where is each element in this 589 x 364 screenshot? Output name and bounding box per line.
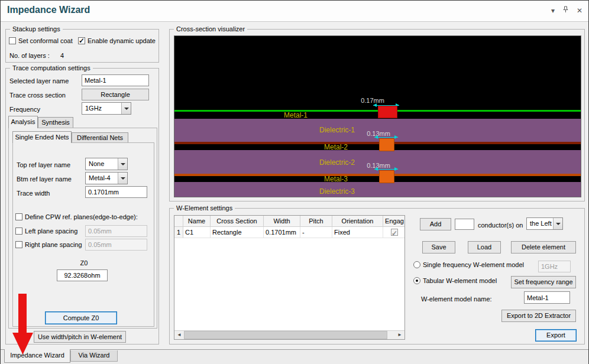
dielectric-2-label: Dielectric-2 [319,158,355,167]
layer-dielectric-3 [174,182,581,197]
add-button[interactable]: Add [420,218,451,230]
frequency-combo-value: 1GHz [85,105,102,112]
layer-metal-3-line [174,174,581,176]
scrollbar-track[interactable] [387,331,395,339]
checkbox-unchecked-icon[interactable] [15,213,22,220]
model-name-label: W-element model name: [421,295,492,303]
selected-layer-label: Selected layer name [9,77,69,85]
dielectric-3-label: Dielectric-3 [319,187,355,196]
chevron-down-icon[interactable] [118,173,127,184]
impedance-wizard-window: Impedance Wizard ▾ ✕ Stackup settings Se… [0,0,589,364]
table-header-cross-section[interactable]: Cross Section [211,216,264,227]
left-plane-spacing-checkbox[interactable]: Left plane spacing [15,228,77,235]
table-corner-cell [174,216,183,227]
side-combo-value: the Left [530,220,552,227]
frequency-label: Frequency [9,105,40,113]
compute-z0-button[interactable]: Compute Z0 [45,311,117,324]
chevron-down-icon[interactable] [118,158,127,170]
tab-via-wizard[interactable]: Via Wizard [70,350,118,362]
stackup-settings-title: Stackup settings [10,25,63,32]
enable-dynamic-update-checkbox[interactable]: Enable dynamic update [78,37,156,44]
tab-differential-nets[interactable]: Differential Nets [72,132,128,143]
use-width-pitch-button[interactable]: Use width/pitch in W-element [34,331,126,343]
single-frequency-field[interactable] [538,261,571,272]
table-header-width[interactable]: Width [264,216,300,227]
checkbox-unchecked-icon[interactable] [15,241,22,248]
right-plane-spacing-checkbox[interactable]: Right plane spacing [15,241,82,248]
btm-ref-label: Btm ref layer name [17,175,72,183]
close-icon[interactable]: ✕ [577,6,582,15]
radio-unselected-icon[interactable] [413,261,420,268]
chevron-down-icon[interactable] [121,103,131,114]
table-row[interactable]: 1 C1 Rectangle 0.1701mm - Fixed [174,227,404,238]
delete-element-button[interactable]: Delete element [511,241,576,254]
trace-width-field[interactable] [85,186,147,198]
checkbox-unchecked-icon[interactable] [15,228,22,235]
cell-orientation[interactable]: Fixed [332,227,383,238]
trace-conductor-metal-1 [378,106,397,118]
tabular-model-radio[interactable]: Tabular W-element model [413,277,497,284]
tabular-model-label: Tabular W-element model [423,277,497,284]
cpw-ref-planes-checkbox[interactable]: Define CPW ref. planes(edge-to-edge): [15,213,138,220]
layer-metal-2-line [174,142,581,144]
cell-pitch[interactable]: - [300,227,332,238]
model-name-field[interactable] [524,291,570,304]
metal-1-label: Metal-1 [284,111,308,119]
right-plane-spacing-label: Right plane spacing [25,241,82,248]
window-menu-icon[interactable]: ▾ [551,6,555,15]
scrollbar-thumb[interactable] [184,331,387,339]
single-frequency-radio[interactable]: Single frequency W-element model [413,261,524,268]
btm-ref-combo[interactable]: Metal-4 [85,172,128,184]
scroll-left-icon[interactable]: ◄ [174,331,184,339]
table-header-name[interactable]: Name [183,216,211,227]
pin-icon[interactable] [562,6,569,15]
top-ref-combo[interactable]: None [85,158,128,170]
cell-engage[interactable] [383,227,405,238]
trace-computation-title: Trace computation settings [10,64,93,72]
radio-selected-icon[interactable] [413,277,420,284]
export-button[interactable]: Export [535,329,577,342]
cell-width[interactable]: 0.1701mm [264,227,300,238]
table-header-engage[interactable]: Engag [383,216,405,227]
engage-checkbox-icon[interactable] [391,229,398,236]
annotation-arrow-icon [12,294,34,355]
tab-analysis[interactable]: Analysis [8,116,38,128]
cell-name[interactable]: C1 [183,227,211,238]
trace-conductor-metal-3 [379,170,394,183]
welement-table[interactable]: Name Cross Section Width Pitch Orientati… [174,215,405,340]
side-combo[interactable]: the Left [526,217,563,230]
set-conformal-coat-checkbox[interactable]: Set conformal coat [9,37,73,44]
trace-width-label: Trace width [17,189,50,197]
left-plane-spacing-field[interactable] [85,225,147,237]
table-horizontal-scrollbar[interactable]: ◄ ► [174,330,404,339]
set-frequency-range-button[interactable]: Set frequency range [511,276,576,288]
export-2d-extractor-button[interactable]: Export to 2D Extractor [501,310,576,322]
cell-cross-section[interactable]: Rectangle [211,227,264,238]
load-button[interactable]: Load [468,241,501,254]
window-title: Impedance Wizard [7,5,90,15]
stackup-settings-group: Stackup settings Set conformal coat Enab… [5,29,159,63]
table-header-orientation[interactable]: Orientation [332,216,383,227]
save-button[interactable]: Save [422,241,455,254]
table-header-pitch[interactable]: Pitch [300,216,332,227]
cross-section-visualizer-title: Cross-section visualizer [174,25,247,32]
conductor-count-field[interactable] [455,219,474,230]
scroll-right-icon[interactable]: ► [395,331,404,339]
checkbox-unchecked-icon[interactable] [9,37,16,44]
num-layers-value: 4 [60,51,64,60]
selected-layer-field[interactable] [82,74,149,86]
trace1-width-dimension: 0.17mm [352,97,393,104]
left-plane-spacing-label: Left plane spacing [25,228,77,235]
tab-synthesis[interactable]: Synthesis [38,117,73,128]
right-plane-spacing-field[interactable] [85,239,147,251]
tab-single-ended-nets[interactable]: Single Ended Nets [12,131,72,143]
frequency-combo[interactable]: 1GHz [82,102,131,115]
trace-cross-section-label: Trace cross section [9,91,66,99]
trace2-width-dimension: 0.13mm [358,130,399,137]
chevron-down-icon[interactable] [553,218,562,229]
trace3-width-dimension: 0.13mm [358,162,399,169]
cross-section-button[interactable]: Rectangle [82,89,149,100]
checkbox-checked-icon[interactable] [78,37,85,44]
z0-label: Z0 [13,259,155,267]
z0-field[interactable] [57,269,108,281]
